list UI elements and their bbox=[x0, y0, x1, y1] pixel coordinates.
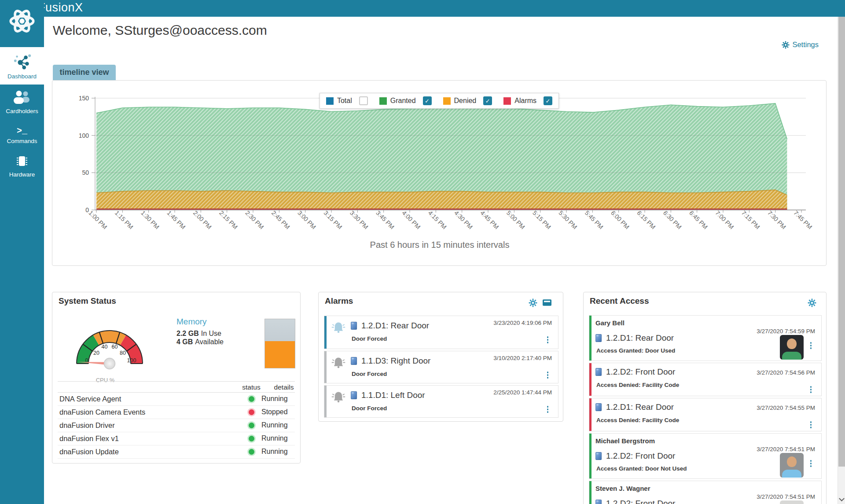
legend-item-total: Total bbox=[326, 96, 368, 105]
alarm-door: 1.2.D1: Rear Door bbox=[361, 321, 429, 331]
alarm-item[interactable]: 1.1.D1: Left Door 2/25/2020 1:47:44 PM D… bbox=[324, 385, 558, 418]
access-event: Access Denied: Facility Code bbox=[596, 417, 679, 423]
access-timestamp: 3/27/2020 7:54:55 PM bbox=[757, 405, 815, 411]
alarm-item[interactable]: 1.1.D3: Right Door 3/10/2020 2:17:40 PM … bbox=[324, 351, 558, 383]
memory-in-use: 2.2 GB bbox=[176, 330, 199, 337]
svg-text:50: 50 bbox=[82, 169, 89, 176]
app-title: FusionX bbox=[38, 1, 83, 15]
top-bar: FusionX bbox=[0, 0, 845, 17]
panel-title: Alarms bbox=[325, 296, 353, 306]
svg-text:5:15 PM: 5:15 PM bbox=[531, 209, 552, 230]
recent-access-item[interactable]: 3/27/2020 7:54:56 PM 1.2.D2: Front Door … bbox=[589, 363, 822, 396]
recent-access-item[interactable]: Steven J. Wagner 3/27/2020 7:54:51 PM 1.… bbox=[589, 481, 822, 504]
alarms-panel-toggle-icon[interactable] bbox=[543, 299, 551, 306]
door-icon bbox=[595, 334, 602, 342]
access-menu-icon[interactable] bbox=[810, 342, 812, 349]
svg-text:2:45 PM: 2:45 PM bbox=[270, 209, 291, 230]
door-icon bbox=[595, 403, 602, 411]
status-dot bbox=[249, 396, 254, 402]
svg-text:80: 80 bbox=[120, 350, 126, 356]
welcome-heading: Welcome, SSturges@ooaccess.com bbox=[53, 23, 267, 38]
chart-caption: Past 6 hours in 15 minutes intervals bbox=[52, 240, 827, 250]
legend-item-alarms: Alarms ✓ bbox=[503, 96, 552, 105]
recent-access-gear-icon[interactable] bbox=[808, 298, 816, 307]
legend-checkbox-alarms[interactable]: ✓ bbox=[544, 96, 552, 105]
scroll-down-arrow-icon[interactable] bbox=[838, 495, 845, 504]
svg-text:100: 100 bbox=[127, 357, 136, 364]
svg-text:6:00 PM: 6:00 PM bbox=[610, 209, 631, 230]
memory-usage-bar bbox=[265, 319, 295, 368]
alarm-event: Door Forced bbox=[352, 335, 387, 342]
legend-swatch-alarms bbox=[503, 97, 511, 105]
svg-text:5:45 PM: 5:45 PM bbox=[584, 209, 605, 230]
svg-text:7:00 PM: 7:00 PM bbox=[714, 209, 735, 230]
fusionx-logo-icon bbox=[0, 0, 44, 42]
alarm-accent-bar bbox=[324, 351, 327, 383]
svg-text:4:45 PM: 4:45 PM bbox=[479, 209, 500, 230]
alarm-bell-icon bbox=[331, 390, 346, 403]
settings-link[interactable]: Settings bbox=[782, 40, 819, 49]
recent-access-item[interactable]: 3/27/2020 7:54:55 PM 1.2.D1: Rear Door A… bbox=[589, 398, 822, 431]
access-timestamp: 3/27/2020 7:54:51 PM bbox=[757, 446, 815, 452]
svg-text:5:00 PM: 5:00 PM bbox=[505, 209, 526, 230]
recent-access-panel: Recent Access Gary Bell 3/27/2020 7:54:5… bbox=[583, 292, 827, 504]
status-dot bbox=[249, 409, 254, 415]
access-event: Access Denied: Facility Code bbox=[596, 382, 679, 388]
access-door: 1.2.D2: Front Door bbox=[606, 451, 675, 461]
legend-item-denied: Denied ✓ bbox=[443, 96, 492, 105]
sidebar-item-cardholders[interactable]: Cardholders bbox=[0, 85, 44, 120]
svg-text:6:15 PM: 6:15 PM bbox=[636, 209, 657, 230]
alarm-menu-icon[interactable] bbox=[547, 336, 549, 343]
status-dot bbox=[249, 449, 254, 455]
memory-available: 4 GB bbox=[176, 338, 193, 346]
recent-access-item[interactable]: Michael Bergstrom 3/27/2020 7:54:51 PM 1… bbox=[589, 433, 822, 479]
alarm-timestamp: 3/23/2020 4:19:06 PM bbox=[493, 320, 552, 326]
legend-label: Denied bbox=[454, 97, 477, 105]
memory-used-bar bbox=[265, 341, 295, 368]
legend-checkbox-denied[interactable]: ✓ bbox=[483, 96, 492, 105]
chip-icon bbox=[15, 155, 29, 169]
tab-timeline-view[interactable]: timeline view bbox=[53, 65, 116, 80]
alarms-gear-icon[interactable] bbox=[529, 298, 537, 307]
service-row: dnaFusion Update Running bbox=[58, 445, 295, 459]
status-dot bbox=[249, 436, 254, 441]
alarm-accent-bar bbox=[324, 316, 327, 349]
service-row: dnaFusion Flex v1 Running bbox=[58, 432, 295, 445]
sidebar-item-dashboard[interactable]: Dashboard bbox=[0, 47, 44, 85]
legend-checkbox-total[interactable] bbox=[359, 96, 368, 105]
svg-text:0: 0 bbox=[85, 206, 89, 213]
alarms-panel: Alarms 1.2.D1: Rear Door 3/23/2020 4:19:… bbox=[318, 292, 563, 422]
svg-text:2:15 PM: 2:15 PM bbox=[218, 209, 239, 230]
scrollbar-thumb[interactable] bbox=[838, 17, 845, 467]
svg-text:3:15 PM: 3:15 PM bbox=[322, 209, 343, 230]
svg-text:3:00 PM: 3:00 PM bbox=[296, 209, 317, 230]
svg-text:4:00 PM: 4:00 PM bbox=[400, 209, 422, 230]
access-menu-icon[interactable] bbox=[810, 460, 812, 467]
service-status: Stopped bbox=[261, 408, 288, 416]
access-door: 1.2.D2: Front Door bbox=[606, 499, 675, 504]
legend-checkbox-granted[interactable]: ✓ bbox=[423, 96, 432, 105]
access-menu-icon[interactable] bbox=[810, 386, 812, 393]
svg-text:1:45 PM: 1:45 PM bbox=[165, 209, 187, 230]
alarm-bell-icon bbox=[331, 356, 346, 369]
cpu-gauge: 0 20 40 60 80 100 bbox=[56, 306, 162, 374]
alarm-event: Door Forced bbox=[352, 371, 387, 377]
access-menu-icon[interactable] bbox=[810, 421, 812, 428]
memory-free-bar bbox=[265, 319, 295, 341]
alarm-menu-icon[interactable] bbox=[547, 372, 549, 379]
sidebar-item-hardware[interactable]: Hardware bbox=[0, 151, 44, 182]
memory-info: Memory 2.2 GBIn Use 4 GBAvailable bbox=[176, 317, 224, 346]
access-door: 1.2.D2: Front Door bbox=[606, 367, 675, 377]
access-door: 1.2.D1: Rear Door bbox=[606, 402, 674, 412]
alarm-menu-icon[interactable] bbox=[547, 406, 549, 413]
sidebar-item-commands[interactable]: >_ Commands bbox=[0, 120, 44, 151]
svg-text:3:45 PM: 3:45 PM bbox=[375, 209, 396, 230]
recent-access-item[interactable]: Gary Bell 3/27/2020 7:54:59 PM 1.2.D1: R… bbox=[589, 315, 822, 361]
alarm-item[interactable]: 1.2.D1: Rear Door 3/23/2020 4:19:06 PM D… bbox=[324, 316, 558, 349]
cardholders-icon bbox=[12, 90, 32, 106]
door-icon bbox=[351, 322, 357, 330]
page-scrollbar[interactable] bbox=[838, 17, 845, 504]
service-row: dnaFusion Driver Running bbox=[58, 419, 295, 432]
svg-text:1:15 PM: 1:15 PM bbox=[114, 209, 135, 230]
svg-text:5:30 PM: 5:30 PM bbox=[557, 209, 578, 230]
